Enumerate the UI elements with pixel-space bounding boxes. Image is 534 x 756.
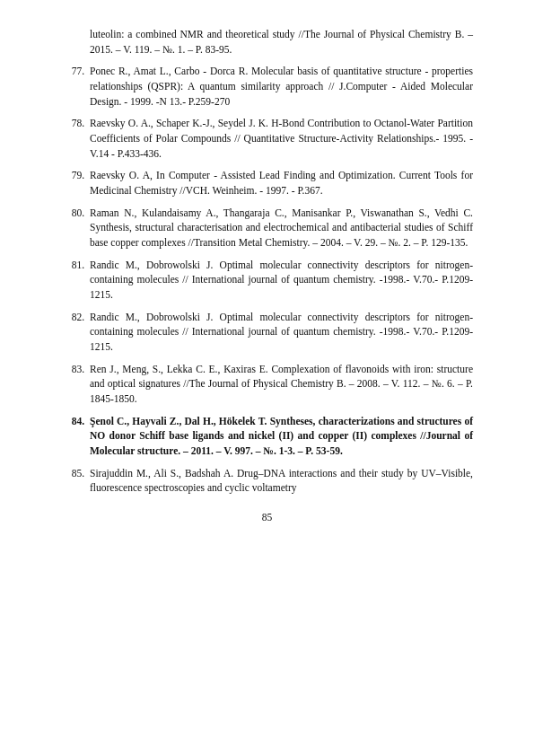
- ref-text-85: Sirajuddin M., Ali S., Badshah A. Drug–D…: [90, 466, 473, 496]
- ref-text-82: Randic M., Dobrowolski J. Optimal molecu…: [90, 310, 473, 355]
- ref-entry-83: 83. Ren J., Meng, S., Lekka C. E., Kaxir…: [61, 362, 473, 407]
- ref-num-83: 83.: [61, 362, 90, 407]
- ref-text-78: Raevsky O. A., Schaper K.-J., Seydel J. …: [90, 116, 473, 161]
- ref-text-81: Randic M., Dobrowolski J. Optimal molecu…: [90, 258, 473, 303]
- ref-num-79: 79.: [61, 168, 90, 198]
- ref-entry-82: 82. Randic M., Dobrowolski J. Optimal mo…: [61, 310, 473, 355]
- ref-num-80: 80.: [61, 206, 90, 251]
- ref-num-84: 84.: [61, 414, 90, 459]
- ref-text-83: Ren J., Meng, S., Lekka C. E., Kaxiras E…: [90, 362, 473, 407]
- ref-entry-77: 77. Ponec R., Amat L., Carbo - Dorca R. …: [61, 64, 473, 109]
- ref-text-intro: luteolin: a combined NMR and theoretical…: [90, 27, 473, 57]
- ref-text-80: Raman N., Kulandaisamy A., Thangaraja C.…: [90, 206, 473, 251]
- ref-text-84: Şenol C., Hayvali Z., Dal H., Hökelek T.…: [90, 414, 473, 459]
- ref-entry-79: 79. Raevsky O. A, In Computer - Assisted…: [61, 168, 473, 198]
- ref-text-79: Raevsky O. A, In Computer - Assisted Lea…: [90, 168, 473, 198]
- ref-num-77: 77.: [61, 64, 90, 109]
- page: luteolin: a combined NMR and theoretical…: [0, 0, 534, 756]
- ref-num-blank: [61, 27, 90, 57]
- ref-entry-intro: luteolin: a combined NMR and theoretical…: [61, 27, 473, 57]
- ref-num-78: 78.: [61, 116, 90, 161]
- ref-entry-81: 81. Randic M., Dobrowolski J. Optimal mo…: [61, 258, 473, 303]
- ref-entry-85: 85. Sirajuddin M., Ali S., Badshah A. Dr…: [61, 466, 473, 496]
- ref-num-81: 81.: [61, 258, 90, 303]
- page-number: 85: [61, 512, 473, 523]
- ref-entry-84: 84. Şenol C., Hayvali Z., Dal H., Hökele…: [61, 414, 473, 459]
- ref-num-82: 82.: [61, 310, 90, 355]
- ref-text-77: Ponec R., Amat L., Carbo - Dorca R. Mole…: [90, 64, 473, 109]
- ref-num-85: 85.: [61, 466, 90, 496]
- content: luteolin: a combined NMR and theoretical…: [61, 27, 473, 523]
- ref-entry-78: 78. Raevsky O. A., Schaper K.-J., Seydel…: [61, 116, 473, 161]
- ref-entry-80: 80. Raman N., Kulandaisamy A., Thangaraj…: [61, 206, 473, 251]
